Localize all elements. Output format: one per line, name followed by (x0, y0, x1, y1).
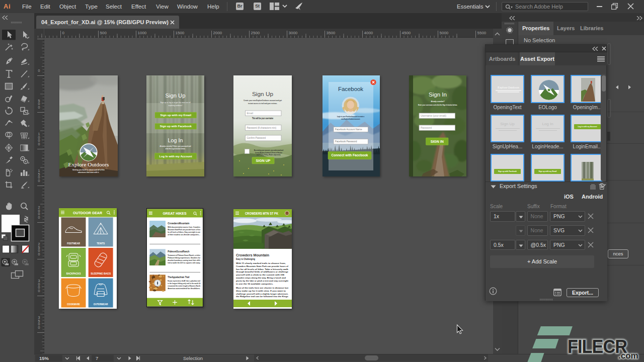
svg-text:0: 0 (38, 326, 40, 329)
svg-text:of their modest on-theside cam: of their modest on-theside campsites... (168, 234, 200, 236)
svg-text:Sign Up: Sign Up (165, 93, 185, 99)
svg-text:Known myrtered as theAT, that: Known myrtered as theAT, that s palachia… (168, 280, 200, 282)
svg-text:0: 0 (38, 69, 40, 72)
svg-text:By creating your account, you: By creating your account, you understand… (254, 149, 283, 151)
svg-text:.com: .com (618, 351, 638, 360)
svg-text:Connect with Facebook: Connect with Facebook (332, 153, 368, 157)
svg-text:Easy to Challenging: Easy to Challenging (236, 257, 255, 260)
svg-text:Login to your Facebookaccount: Login to your Facebookaccount to create … (337, 116, 365, 118)
svg-text:Facebook Password: Facebook Password (335, 140, 357, 143)
svg-text:accept (Explore Outdoors) Term: accept (Explore Outdoors) Terms of Servi… (255, 152, 282, 154)
svg-text:500: 500 (100, 31, 107, 35)
svg-text:5000: 5000 (440, 31, 449, 35)
svg-text:CROWDERS MTN ST PK: CROWDERS MTN ST PK (245, 212, 278, 215)
svg-text:click the Log In button below.: click the Log In button below. (165, 147, 185, 150)
svg-text:OUTDOOR GEAR: OUTDOOR GEAR (73, 211, 102, 215)
svg-text:wooden steps along the way. Br: wooden steps along the way. Bring a lunc… (235, 277, 286, 279)
svg-text:3000: 3000 (289, 31, 298, 35)
svg-text:yourself with a climb to the s: yourself with a climb to the summit with… (236, 274, 285, 276)
svg-text:Sign Up: Sign Up (252, 91, 273, 97)
svg-text:Sign up with Facebook: Sign up with Facebook (159, 125, 192, 128)
svg-text:5500: 5500 (477, 31, 487, 35)
svg-text:CrowdersMountain: CrowdersMountain (168, 222, 189, 225)
svg-text:is the longest hiking-only tra: is the longest hiking-only trail in the … (168, 283, 200, 285)
svg-text:Password: Password (421, 126, 432, 129)
svg-text:through beautiful fields of wi: through beautiful fields of wildflowers … (236, 270, 289, 273)
svg-text:2500: 2500 (251, 31, 260, 35)
svg-text:0: 0 (62, 31, 65, 35)
svg-text:Confirm Password: Confirm Password (247, 137, 266, 139)
svg-text:and Privacy Policy. Read it ob: and Privacy Policy. Read it objectively. (257, 154, 281, 156)
svg-text:FOOTWEAR: FOOTWEAR (67, 242, 80, 245)
svg-text:TheAppalachian Trail: TheAppalachian Trail (168, 276, 190, 279)
svg-text:exploring outdoors!: exploring outdoors! (168, 104, 182, 107)
svg-text:Already a member? Enter your p: Already a member? Enter your password an… (159, 145, 191, 147)
svg-text:fun for all levels of hiker. T: fun for all levels of hiker. Take a leis… (236, 268, 289, 270)
svg-text:Testament of Pidmont Scout Ran: Testament of Pidmont Scout Ranch, a rich… (168, 254, 200, 256)
svg-text:COOKWARE: COOKWARE (67, 303, 80, 306)
svg-text:Log In with my Account: Log In with my Account (159, 155, 192, 158)
svg-text:the Ridgeline trail can be fol: the Ridgeline trail can be followed into… (236, 295, 289, 298)
svg-text:0: 0 (38, 179, 40, 183)
svg-text:4000: 4000 (364, 31, 373, 35)
svg-text:SIGN IN: SIGN IN (431, 140, 444, 143)
svg-text:they make up for it with view.: they make up for it with view. If you wa… (236, 290, 286, 292)
svg-text:1500: 1500 (176, 31, 185, 35)
svg-text:SLEEPING BAGS: SLEEPING BAGS (91, 273, 111, 275)
svg-text:4500: 4500 (402, 31, 411, 35)
svg-text:With documentation access from: With documentation access from, Crowders (168, 226, 200, 228)
svg-text:Enter your username and click: Enter your username and click the Sign I… (418, 104, 457, 106)
svg-text:Sign up with my Email: Sign up with my Email (160, 114, 191, 117)
svg-text:0: 0 (38, 252, 40, 256)
svg-text:Pidmont hiking experiences. Sm: Pidmont hiking experiences. Smokies for (168, 257, 200, 259)
svg-text:Username (your email): Username (your email) (421, 114, 446, 117)
svg-text:This will be your username: This will be your username (252, 117, 273, 120)
svg-text:instant access to trail and ge: instant access to trail and gear reviews… (248, 102, 277, 105)
svg-text:adventures that come with it.: adventures that come with it. (78, 171, 99, 173)
svg-text:1000: 1000 (138, 31, 147, 35)
svg-text:3500: 3500 (327, 31, 336, 35)
svg-text:renowned the entire length of: renowned the entire length of Eastern No… (168, 285, 200, 287)
svg-text:Explore Outdoors: Explore Outdoors (68, 162, 109, 167)
svg-text:in one the 10 available campsi: in one the 10 available campsites. (236, 283, 273, 285)
svg-text:GREAT HIKES: GREAT HIKES (163, 212, 187, 215)
svg-text:Password (8 characters min): Password (8 characters min) (247, 127, 276, 129)
svg-text:SIGN UP: SIGN UP (256, 159, 270, 162)
svg-text:Email: Email (247, 112, 253, 115)
svg-text:Sign up or log in to get the m: Sign up or log in to get the most out of (160, 101, 191, 104)
svg-text:Create your new ExploreOutdoor: Create your new ExploreOutdoors account … (244, 99, 282, 102)
svg-text:Mountain StatePark can provide: Mountain StatePark can provide hours of … (168, 229, 200, 231)
svg-text:2000: 2000 (213, 31, 222, 35)
svg-text:Already a member?: Already a member? (431, 100, 445, 103)
svg-text:Log In: Log In (168, 137, 183, 143)
svg-text:0: 0 (38, 142, 40, 146)
svg-text:With 11 clearly marked trails: With 11 clearly marked trails to choose … (236, 262, 286, 264)
svg-text:0: 0 (38, 216, 40, 219)
svg-text:0: 0 (38, 106, 40, 109)
svg-text:PidmontScoutRanch: PidmontScoutRanch (168, 250, 189, 253)
svg-text:0: 0 (38, 289, 40, 293)
svg-text:OUTERWEAR: OUTERWEAR (94, 303, 108, 306)
svg-text:picnic by the lake or pitch a: picnic by the lake or pitch a tent and s… (236, 280, 289, 282)
svg-text:challenge yourself with a slig: challenge yourself with a slightly longe… (236, 293, 288, 295)
svg-text:Crowders Mountain State Park c: Crowders Mountain State Park can provide… (236, 265, 289, 267)
svg-text:for all levels of hikers. Stay: for all levels of hikers. Stay overnight… (168, 231, 200, 233)
svg-text:Most of the trails here are sh: Most of the trails here are shorter in d… (236, 287, 289, 289)
svg-text:BACKPACKS: BACKPACKS (66, 273, 81, 275)
svg-text:Facebook Account Name: Facebook Account Name (335, 128, 362, 131)
svg-text:new ExploreOutdoorsaccount.: new ExploreOutdoorsaccount. (341, 118, 360, 120)
svg-text:led to tackle the 22 ft to squ: led to tackle the 22 ft to squares mile … (168, 262, 200, 264)
svg-text:America outstretched for thruh: America outstretched for thruhikers. (168, 288, 200, 290)
svg-text:Sign In: Sign In (429, 92, 447, 98)
svg-text:desolate homebases coming trav: desolate homebases coming travel their s… (168, 259, 200, 261)
svg-text:TENTS: TENTS (97, 242, 105, 245)
svg-text:Facebook: Facebook (338, 86, 364, 92)
